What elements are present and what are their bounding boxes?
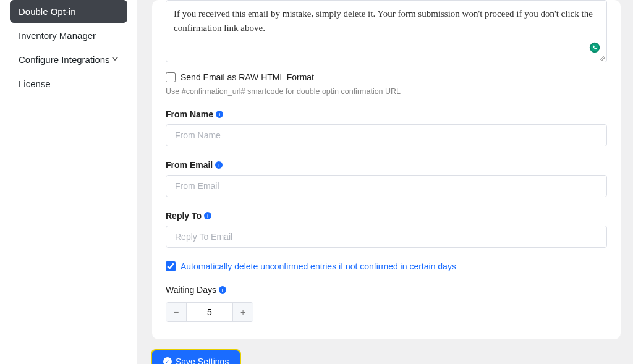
sidebar-item-label: License	[19, 78, 51, 89]
stepper-increment[interactable]: +	[233, 303, 253, 321]
waiting-days-label: Waiting Days i	[166, 285, 607, 295]
info-icon[interactable]: i	[204, 212, 211, 219]
auto-delete-checkbox[interactable]	[166, 261, 176, 271]
waiting-days-stepper: − +	[166, 302, 253, 322]
settings-sidebar: Double Opt-in Inventory Manager Configur…	[0, 0, 137, 364]
from-email-input[interactable]	[166, 175, 607, 197]
save-settings-button[interactable]: ✓ Save Settings	[152, 350, 240, 364]
sidebar-item-label: Double Opt-in	[19, 6, 76, 17]
check-circle-icon: ✓	[163, 357, 172, 364]
raw-html-checkbox[interactable]	[166, 72, 176, 82]
settings-panel: If you received this email by mistake, s…	[152, 0, 621, 339]
reply-to-input[interactable]	[166, 226, 607, 248]
info-icon[interactable]: i	[219, 286, 226, 294]
email-body-textarea[interactable]: If you received this email by mistake, s…	[166, 0, 607, 62]
sidebar-item-configure-integrations[interactable]: Configure Integrations	[10, 48, 127, 71]
auto-delete-checkbox-row: Automatically delete unconfirmed entries…	[166, 261, 607, 271]
sidebar-item-license[interactable]: License	[10, 72, 127, 95]
sidebar-item-label: Inventory Manager	[19, 30, 96, 41]
main-content: If you received this email by mistake, s…	[137, 0, 633, 364]
reply-to-label: Reply To i	[166, 211, 607, 221]
from-email-label: From Email i	[166, 160, 607, 170]
sidebar-item-inventory-manager[interactable]: Inventory Manager	[10, 24, 127, 47]
from-name-label: From Name i	[166, 109, 607, 119]
smartcode-hint: Use #confirmation_url# smartcode for dou…	[166, 87, 607, 96]
whatsapp-icon	[589, 42, 600, 53]
from-name-input[interactable]	[166, 124, 607, 146]
save-button-label: Save Settings	[176, 357, 229, 364]
sidebar-item-double-opt-in[interactable]: Double Opt-in	[10, 0, 127, 23]
raw-html-checkbox-row: Send Email as RAW HTML Format	[166, 72, 607, 82]
raw-html-label[interactable]: Send Email as RAW HTML Format	[181, 72, 314, 82]
auto-delete-label[interactable]: Automatically delete unconfirmed entries…	[181, 261, 456, 271]
info-icon[interactable]: i	[216, 111, 223, 118]
chevron-down-icon	[111, 55, 119, 64]
stepper-decrement[interactable]: −	[166, 303, 186, 321]
sidebar-item-label: Configure Integrations	[19, 54, 110, 65]
info-icon[interactable]: i	[215, 161, 223, 169]
email-body-text: If you received this email by mistake, s…	[174, 7, 599, 35]
waiting-days-input[interactable]	[186, 303, 233, 321]
